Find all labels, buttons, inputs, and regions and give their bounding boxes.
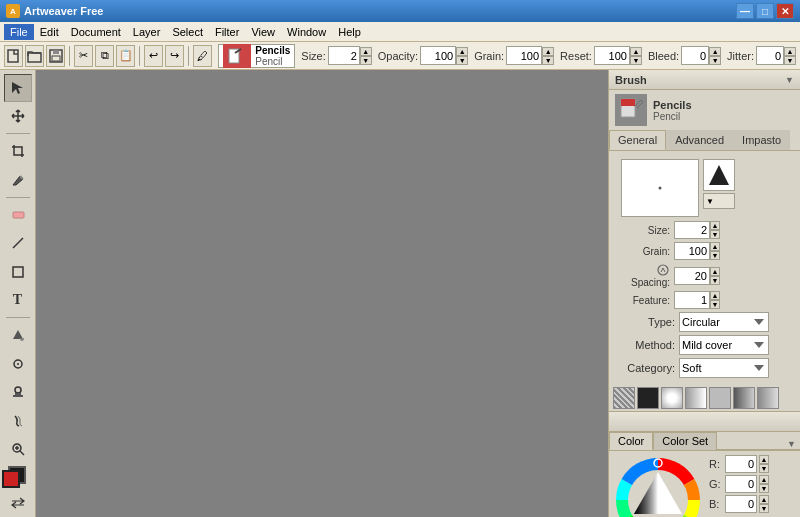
- feature-setting-input[interactable]: [674, 291, 710, 309]
- copy-btn[interactable]: ⧉: [95, 45, 114, 67]
- text-tool-btn[interactable]: T: [4, 286, 32, 314]
- opacity-down[interactable]: ▼: [456, 56, 468, 65]
- tab-advanced[interactable]: Advanced: [666, 130, 733, 150]
- undo-btn[interactable]: ↩: [144, 45, 163, 67]
- size-up[interactable]: ▲: [360, 47, 372, 56]
- swatch-dark-grad[interactable]: [733, 387, 755, 409]
- menu-filter[interactable]: Filter: [209, 24, 245, 40]
- g-input[interactable]: [725, 475, 757, 493]
- g-down[interactable]: ▼: [759, 484, 769, 493]
- maximize-button[interactable]: □: [756, 3, 774, 19]
- category-dropdown[interactable]: Soft: [679, 358, 769, 378]
- canvas[interactable]: [36, 70, 608, 517]
- menu-help[interactable]: Help: [332, 24, 367, 40]
- menu-edit[interactable]: Edit: [34, 24, 65, 40]
- swatch-gray-mid[interactable]: [709, 387, 731, 409]
- cut-btn[interactable]: ✂: [74, 45, 93, 67]
- menu-layer[interactable]: Layer: [127, 24, 167, 40]
- menu-view[interactable]: View: [245, 24, 281, 40]
- grain-up-btn[interactable]: ▲: [710, 242, 720, 251]
- b-input[interactable]: [725, 495, 757, 513]
- swatch-light-grad[interactable]: [757, 387, 779, 409]
- swatch-white-dots[interactable]: [661, 387, 683, 409]
- grain-down[interactable]: ▼: [542, 56, 554, 65]
- menu-select[interactable]: Select: [166, 24, 209, 40]
- paint-tool-btn[interactable]: [4, 166, 32, 194]
- r-input[interactable]: [725, 455, 757, 473]
- menu-document[interactable]: Document: [65, 24, 127, 40]
- size-down-btn[interactable]: ▼: [710, 230, 720, 239]
- bleed-up[interactable]: ▲: [709, 47, 721, 56]
- close-button[interactable]: ✕: [776, 3, 794, 19]
- size-input[interactable]: [328, 46, 360, 65]
- menu-file[interactable]: File: [4, 24, 34, 40]
- swatch-dotted[interactable]: [613, 387, 635, 409]
- spacing-setting-input[interactable]: [674, 267, 710, 285]
- swatch-black[interactable]: [637, 387, 659, 409]
- swap-colors-btn[interactable]: [10, 497, 26, 511]
- save-btn[interactable]: [46, 45, 65, 67]
- tab-general[interactable]: General: [609, 130, 666, 150]
- menu-window[interactable]: Window: [281, 24, 332, 40]
- toolbar-brush-preview[interactable]: Pencils Pencil: [218, 44, 295, 68]
- stamp-tool-btn[interactable]: [4, 378, 32, 406]
- spacing-up-btn[interactable]: ▲: [710, 267, 720, 276]
- grain-down-btn[interactable]: ▼: [710, 251, 720, 260]
- bleed-down[interactable]: ▼: [709, 56, 721, 65]
- jitter-input[interactable]: [756, 46, 784, 65]
- jitter-down[interactable]: ▼: [784, 56, 796, 65]
- b-up[interactable]: ▲: [759, 495, 769, 504]
- shape-tool-btn[interactable]: [4, 258, 32, 286]
- swatch-gray-grad[interactable]: [685, 387, 707, 409]
- reset-down[interactable]: ▼: [630, 56, 642, 65]
- brush-shape-dropdown[interactable]: ▼: [703, 193, 735, 209]
- size-down[interactable]: ▼: [360, 56, 372, 65]
- reset-input[interactable]: [594, 46, 630, 65]
- paste-btn[interactable]: 📋: [116, 45, 135, 67]
- spacing-down-btn[interactable]: ▼: [710, 276, 720, 285]
- feature-up-btn[interactable]: ▲: [710, 291, 720, 300]
- jitter-up[interactable]: ▲: [784, 47, 796, 56]
- opacity-up[interactable]: ▲: [456, 47, 468, 56]
- canvas-area[interactable]: [36, 70, 608, 517]
- smudge-tool-btn[interactable]: [4, 407, 32, 435]
- new-btn[interactable]: [4, 45, 23, 67]
- move-tool-btn[interactable]: [4, 103, 32, 131]
- reset-up[interactable]: ▲: [630, 47, 642, 56]
- grain-up[interactable]: ▲: [542, 47, 554, 56]
- size-setting-input[interactable]: [674, 221, 710, 239]
- picker-tool-btn[interactable]: [4, 350, 32, 378]
- redo-btn[interactable]: ↪: [165, 45, 184, 67]
- feature-down-btn[interactable]: ▼: [710, 300, 720, 309]
- bleed-input[interactable]: [681, 46, 709, 65]
- fg-bg-color-selector[interactable]: [2, 464, 34, 492]
- minimize-button[interactable]: —: [736, 3, 754, 19]
- method-dropdown[interactable]: Mild cover: [679, 335, 769, 355]
- b-down[interactable]: ▼: [759, 504, 769, 513]
- color-wheel-area[interactable]: [613, 455, 703, 517]
- g-up[interactable]: ▲: [759, 475, 769, 484]
- fill-tool-btn[interactable]: [4, 321, 32, 349]
- tab-color-set[interactable]: Color Set: [653, 432, 717, 450]
- selection-tool-btn[interactable]: [4, 74, 32, 102]
- size-up-btn[interactable]: ▲: [710, 221, 720, 230]
- foreground-color[interactable]: [2, 470, 20, 488]
- open-btn[interactable]: [25, 45, 44, 67]
- brush-collapse-btn[interactable]: ▼: [785, 75, 794, 85]
- tab-color[interactable]: Color: [609, 432, 653, 450]
- zoom-tool-btn[interactable]: [4, 436, 32, 464]
- color-panel-collapse[interactable]: ▼: [717, 432, 800, 450]
- erase-tool-btn[interactable]: [4, 201, 32, 229]
- r-down[interactable]: ▼: [759, 464, 769, 473]
- brush-mode-btn[interactable]: 🖊: [193, 45, 212, 67]
- grain-input[interactable]: [506, 46, 542, 65]
- grain-setting-input[interactable]: [674, 242, 710, 260]
- tab-impasto[interactable]: Impasto: [733, 130, 790, 150]
- type-dropdown[interactable]: Circular: [679, 312, 769, 332]
- color-wheel-svg[interactable]: [613, 455, 703, 517]
- color-collapse-icon[interactable]: ▼: [787, 439, 796, 449]
- crop-tool-btn[interactable]: [4, 137, 32, 165]
- opacity-input[interactable]: [420, 46, 456, 65]
- line-tool-btn[interactable]: [4, 229, 32, 257]
- r-up[interactable]: ▲: [759, 455, 769, 464]
